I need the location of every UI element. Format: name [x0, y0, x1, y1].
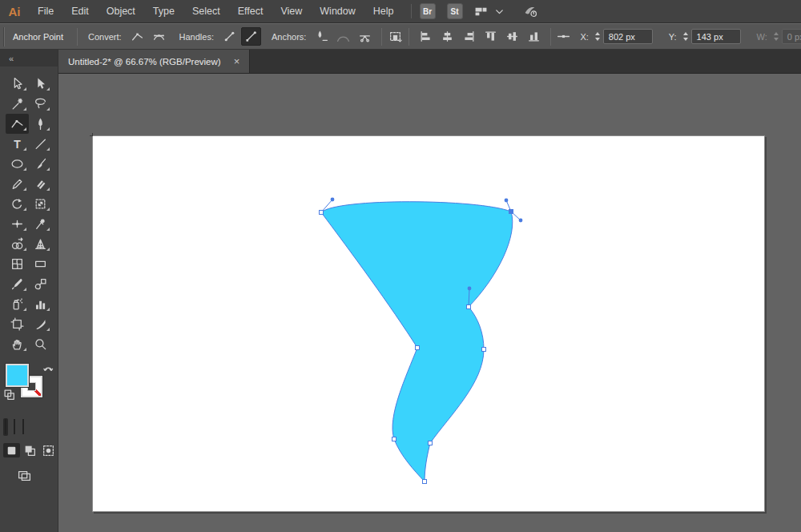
- draw-inside-button[interactable]: [40, 443, 57, 457]
- bridge-button[interactable]: Br: [420, 3, 436, 19]
- anchor-point[interactable]: [320, 211, 324, 215]
- scale-tool[interactable]: [29, 194, 52, 214]
- menu-item-edit[interactable]: Edit: [62, 0, 98, 22]
- y-stepper[interactable]: [683, 32, 688, 41]
- cut-path-button[interactable]: [355, 27, 375, 46]
- convert-to-smooth-icon: [152, 30, 166, 43]
- isolate-object-button[interactable]: [388, 27, 402, 46]
- pencil-tool[interactable]: [6, 174, 29, 194]
- shape-builder-tool[interactable]: [6, 234, 29, 254]
- blend-tool[interactable]: [29, 274, 52, 294]
- stock-button[interactable]: St: [447, 3, 463, 19]
- artboard[interactable]: [92, 135, 765, 512]
- fill-swatch[interactable]: [6, 364, 29, 387]
- selected-shape-path[interactable]: [321, 202, 513, 482]
- symbol-sprayer-tool[interactable]: [6, 294, 29, 314]
- paintbrush-tool[interactable]: [29, 154, 52, 174]
- perspective-grid-tool[interactable]: [29, 234, 52, 254]
- direct-selection-tool[interactable]: [6, 74, 29, 94]
- line-segment-tool[interactable]: [29, 134, 52, 154]
- collapse-panel-button[interactable]: «: [9, 54, 14, 63]
- menu-item-view[interactable]: View: [272, 0, 311, 22]
- anchor-point[interactable]: [467, 305, 471, 309]
- menu-item-select[interactable]: Select: [183, 0, 229, 22]
- eyedropper-tool[interactable]: [6, 274, 29, 294]
- anchor-point[interactable]: [482, 348, 486, 352]
- drawing-mode-buttons: [3, 443, 58, 457]
- divider: [550, 28, 551, 46]
- convert-to-corner-button[interactable]: [127, 27, 147, 46]
- document-tab[interactable]: Untitled-2* @ 66.67% (RGB/Preview) ×: [58, 50, 250, 73]
- magic-wand-tool[interactable]: [6, 94, 29, 114]
- pencil-tool-icon: [10, 177, 24, 191]
- y-input[interactable]: 143 px: [691, 29, 741, 44]
- handles-show-button[interactable]: [241, 27, 261, 46]
- convert-to-smooth-button[interactable]: [149, 27, 169, 46]
- align-horizontal-right-button[interactable]: [459, 27, 479, 46]
- remove-anchors-button[interactable]: [312, 27, 332, 46]
- menu-item-object[interactable]: Object: [98, 0, 144, 22]
- chevron-down-icon[interactable]: [493, 5, 506, 18]
- none-button[interactable]: [21, 418, 26, 436]
- cs-live-icon[interactable]: [524, 5, 537, 18]
- y-label: Y:: [669, 32, 677, 42]
- rotate-tool[interactable]: [6, 194, 29, 214]
- bezier-handle-point[interactable]: [468, 287, 472, 291]
- hand-tool-icon: [10, 337, 24, 351]
- handles-show-icon: [244, 30, 258, 43]
- menu-item-type[interactable]: Type: [144, 0, 183, 22]
- anchor-point[interactable]: [416, 346, 420, 350]
- mesh-tool[interactable]: [6, 254, 29, 274]
- x-input[interactable]: 802 px: [603, 29, 653, 44]
- close-tab-icon[interactable]: ×: [234, 56, 240, 66]
- draw-normal-button[interactable]: [3, 443, 20, 457]
- lasso-tool[interactable]: [29, 94, 52, 114]
- menu-item-window[interactable]: Window: [311, 0, 364, 22]
- ellipse-tool[interactable]: [6, 154, 29, 174]
- gradient-tool[interactable]: [29, 254, 52, 274]
- type-tool[interactable]: T: [6, 134, 29, 154]
- bezier-handle-point[interactable]: [519, 219, 523, 223]
- control-bar-grip[interactable]: [3, 27, 5, 46]
- align-horizontal-center-button[interactable]: [437, 27, 457, 46]
- anchor-point-selected[interactable]: [509, 210, 513, 214]
- swap-fill-stroke-icon[interactable]: [42, 365, 56, 378]
- gradient-button[interactable]: [12, 418, 17, 436]
- free-transform-tool[interactable]: [29, 214, 52, 234]
- handles-hide-button[interactable]: [219, 27, 239, 46]
- column-graph-tool[interactable]: [29, 294, 52, 314]
- align-vertical-top-button[interactable]: [481, 27, 501, 46]
- anchor-point-tool[interactable]: [6, 114, 29, 134]
- pen-tool[interactable]: [29, 114, 52, 134]
- selection-tool[interactable]: [29, 74, 52, 94]
- align-horizontal-left-button[interactable]: [416, 27, 436, 46]
- menu-item-effect[interactable]: Effect: [229, 0, 272, 22]
- handles-label: Handles:: [179, 32, 214, 42]
- width-tool[interactable]: [6, 214, 29, 234]
- artboard-tool[interactable]: [6, 314, 29, 334]
- screen-mode-button[interactable]: [18, 469, 58, 482]
- menu-item-file[interactable]: File: [29, 0, 62, 22]
- align-vertical-center-button[interactable]: [502, 27, 522, 46]
- anchor-point[interactable]: [392, 437, 396, 441]
- color-button[interactable]: [3, 418, 8, 436]
- zoom-tool-icon: [34, 337, 47, 351]
- align-vertical-bottom-button[interactable]: [524, 27, 544, 46]
- slice-tool[interactable]: [29, 314, 52, 334]
- anchors-label: Anchors:: [272, 32, 306, 42]
- default-fill-stroke-icon[interactable]: [3, 389, 17, 402]
- w-label: W:: [757, 32, 767, 42]
- align-vertical-bottom-icon: [527, 30, 541, 43]
- anchor-point[interactable]: [423, 480, 427, 484]
- canvas[interactable]: [58, 74, 801, 532]
- hand-tool[interactable]: [6, 334, 29, 354]
- menu-item-help[interactable]: Help: [364, 0, 403, 22]
- anchor-point[interactable]: [429, 441, 433, 445]
- workspace-switcher-icon[interactable]: [474, 5, 488, 18]
- x-stepper[interactable]: [595, 32, 600, 41]
- bezier-handle-point[interactable]: [331, 198, 335, 202]
- bezier-handle-point[interactable]: [505, 199, 509, 203]
- draw-behind-button[interactable]: [22, 443, 38, 457]
- eraser-tool[interactable]: [29, 174, 52, 194]
- zoom-tool[interactable]: [29, 334, 52, 354]
